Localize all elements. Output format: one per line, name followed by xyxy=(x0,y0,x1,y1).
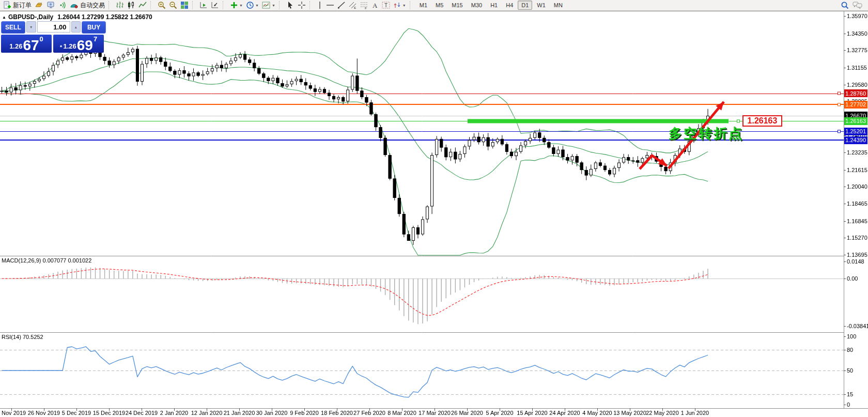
volume-increase-button[interactable]: ▲ xyxy=(71,21,81,33)
turning-point-annotation[interactable]: 多空转折点 xyxy=(669,125,743,143)
time-axis-label: 18 Feb 2020 xyxy=(321,410,353,416)
text-button[interactable]: A xyxy=(370,1,380,10)
labelT-icon: T xyxy=(382,1,390,9)
fibo-icon: F xyxy=(360,1,368,9)
price-chart-canvas[interactable] xyxy=(0,11,868,417)
timeframe-h1-button[interactable]: H1 xyxy=(487,1,501,10)
signals-button[interactable] xyxy=(57,1,68,10)
crosshair-button[interactable] xyxy=(296,1,307,10)
periods-button[interactable]: ▼ xyxy=(244,1,260,10)
crosshair-icon xyxy=(298,1,306,9)
horizontal-line-button[interactable] xyxy=(324,1,336,10)
buy-button[interactable]: BUY xyxy=(82,21,106,34)
expert-advisors-button[interactable] xyxy=(45,1,57,10)
time-axis-label: 26 Mar 2020 xyxy=(451,410,483,416)
svg-text:T: T xyxy=(384,3,388,8)
timeframe-m15-button[interactable]: M15 xyxy=(448,1,466,10)
sell-button[interactable]: SELL xyxy=(1,21,25,34)
trendline-button[interactable] xyxy=(336,1,347,10)
new-order-button[interactable]: 新订单 xyxy=(2,1,33,10)
price-axis-label: 1.18465 xyxy=(847,200,867,207)
macd-axis-label: 0.00 xyxy=(847,275,858,282)
volume-input[interactable] xyxy=(37,21,70,33)
buy-price-prefix: 1.26 xyxy=(63,42,76,50)
time-axis-label: 24 Apr 2020 xyxy=(549,410,580,416)
sell-price-display[interactable]: 1.26 67 0 xyxy=(1,35,52,53)
zoom-in-button[interactable] xyxy=(156,1,167,10)
channel-icon: E xyxy=(349,1,357,9)
rsi-axis-label: 100 xyxy=(847,333,856,339)
rsi-value: 70.5252 xyxy=(23,334,43,340)
timeframe-d1-button[interactable]: D1 xyxy=(518,1,532,10)
bars-icon xyxy=(116,1,124,9)
price-axis-label: 1.21615 xyxy=(847,167,867,173)
toolbar: 新订单自动交易▼▼▼EFAT▼M1M5M15M30H1H4D1W1MN xyxy=(0,0,868,11)
equidistant-channel-button[interactable]: E xyxy=(347,1,359,10)
price-line-badge: 1.28760 xyxy=(844,89,867,97)
rsi-indicator-label: RSI(14) 70.5252 xyxy=(2,334,43,340)
time-axis-label: 21 Jan 2020 xyxy=(224,410,255,416)
cursor-button[interactable] xyxy=(285,1,296,10)
text-label-button[interactable]: T xyxy=(380,1,392,10)
timeframe-m5-button[interactable]: M5 xyxy=(432,1,447,10)
price-axis-label: 1.32775 xyxy=(847,47,867,53)
time-axis-label: 30 Jan 2020 xyxy=(256,410,288,416)
chevron-down-icon[interactable]: ▼ xyxy=(255,4,259,7)
search-button[interactable] xyxy=(839,1,851,10)
time-axis-label: 2 Jan 2020 xyxy=(160,410,188,416)
price-axis-label: 1.29580 xyxy=(847,82,867,88)
price-line-badge: 1.25201 xyxy=(844,128,867,135)
arrows-button[interactable]: ▼ xyxy=(392,1,408,10)
level-price-label[interactable]: 1.26163 xyxy=(742,115,782,127)
indicators-button[interactable]: ▼ xyxy=(228,1,244,10)
autotrading-button[interactable]: 自动交易 xyxy=(68,1,106,10)
toolbar-separator xyxy=(223,1,227,9)
timeframe-m30-button[interactable]: M30 xyxy=(468,1,486,10)
linechart-icon xyxy=(138,1,147,9)
vertical-line-button[interactable] xyxy=(315,1,324,10)
fibonacci-button[interactable]: F xyxy=(359,1,370,10)
line-chart-button[interactable] xyxy=(137,1,148,10)
price-axis-label: 1.23235 xyxy=(847,149,867,156)
buy-price-big: 69 xyxy=(77,39,93,52)
zoom-out-button[interactable] xyxy=(167,1,179,10)
tile-windows-button[interactable] xyxy=(179,1,190,10)
community-button[interactable] xyxy=(851,1,864,10)
ohlc-values: 1.26044 1.27299 1.25822 1.26670 xyxy=(57,13,152,21)
candlestick-chart-button[interactable] xyxy=(126,1,137,10)
shift-icon xyxy=(211,1,219,9)
chart-shift-button[interactable] xyxy=(209,1,221,10)
chart-area[interactable]: ▲ GBPUSD-,Daily 1.26044 1.27299 1.25822 … xyxy=(0,11,868,417)
volume-decrease-button[interactable]: ▼ xyxy=(26,21,36,33)
time-axis-label: 15 Dec 2019 xyxy=(93,410,125,416)
gold-button[interactable] xyxy=(33,1,45,10)
ea-icon xyxy=(47,1,55,9)
toolbar-separator xyxy=(109,1,113,9)
timeframe-mn-button[interactable]: MN xyxy=(550,1,566,10)
macd-main-value: 0.007077 xyxy=(42,257,66,264)
price-axis-label: 1.20040 xyxy=(847,183,867,190)
sell-price-big: 67 xyxy=(23,39,39,52)
time-axis-label: 15 Apr 2020 xyxy=(517,410,547,416)
candles-icon xyxy=(127,1,135,9)
bar-chart-button[interactable] xyxy=(114,1,126,10)
timeframe-h4-button[interactable]: H4 xyxy=(502,1,517,10)
chevron-down-icon[interactable]: ▼ xyxy=(239,4,243,7)
templates-button[interactable]: ▼ xyxy=(260,1,277,10)
zoomout-icon xyxy=(169,1,177,9)
chevron-down-icon[interactable]: ▼ xyxy=(402,4,406,7)
cursor-icon xyxy=(286,1,295,9)
toolbar-separator xyxy=(150,1,154,9)
price-axis-label: 1.13695 xyxy=(847,252,867,258)
chevron-down-icon[interactable]: ▼ xyxy=(272,4,275,7)
price-line-badge: 1.26163 xyxy=(844,117,867,125)
hline-icon xyxy=(326,1,334,9)
auto-scroll-button[interactable] xyxy=(198,1,209,10)
timeframe-m1-button[interactable]: M1 xyxy=(416,1,431,10)
time-axis-label: 24 Dec 2019 xyxy=(126,410,158,416)
vline-icon xyxy=(317,1,323,9)
time-axis-label: 4 May 2020 xyxy=(582,410,612,416)
time-axis-label: 5 Dec 2019 xyxy=(62,410,91,416)
timeframe-w1-button[interactable]: W1 xyxy=(533,1,549,10)
buy-price-display[interactable]: ◆ 1.26 69 7 xyxy=(53,35,104,53)
